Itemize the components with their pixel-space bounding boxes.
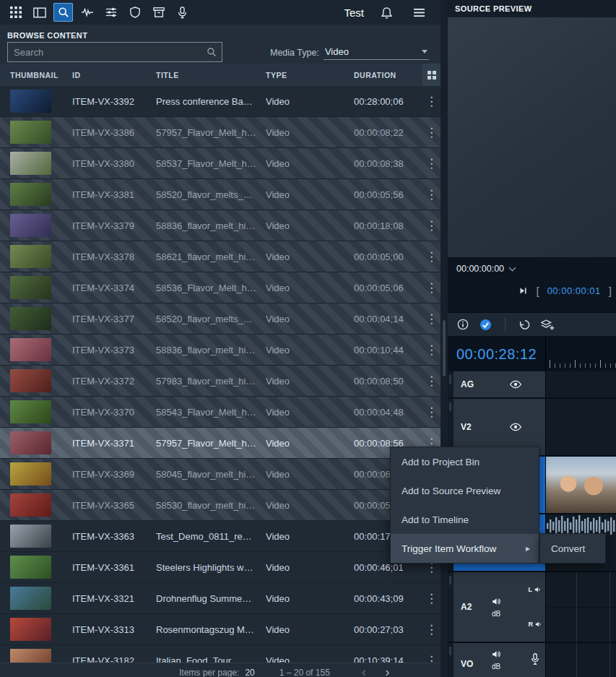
table-row[interactable]: ITEM-VX-337758520_flavor_melts_…Video00:… (0, 303, 441, 335)
track-volume[interactable]: dB (491, 649, 501, 670)
audio-wave-icon[interactable] (77, 3, 97, 22)
mark-out-icon[interactable]: ] (609, 285, 612, 297)
column-header[interactable]: DURATION (354, 71, 422, 79)
timeline-ruler[interactable] (545, 337, 616, 371)
preview-timecode-dropdown[interactable]: 00:00:00:00 (456, 264, 515, 274)
table-row[interactable]: ITEM-VX-338058537_Flavor_Melt_h…Video00:… (0, 148, 441, 179)
track-content[interactable] (546, 399, 616, 455)
row-menu-button[interactable]: ⋮ (422, 344, 441, 356)
row-menu-button[interactable]: ⋮ (422, 313, 441, 325)
table-row[interactable]: ITEM-VX-337858621_flavor_melt_hi…Video00… (0, 241, 441, 272)
context-submenu-item[interactable]: Convert (540, 534, 605, 563)
context-menu-item[interactable]: Add to Source Preview (391, 476, 539, 505)
table-row[interactable]: ITEM-VX-337358836_flavor_melt_hi…Video00… (0, 335, 441, 366)
search-box[interactable] (7, 42, 222, 62)
items-per-page-value[interactable]: 20 (245, 668, 254, 677)
row-menu-button[interactable]: ⋮ (422, 406, 441, 418)
table-row[interactable]: ITEM-VX-336958045_flavor_melt_hi…Video00… (0, 459, 441, 490)
column-settings-icon[interactable] (422, 64, 441, 86)
track-content[interactable] (546, 457, 616, 513)
row-menu-button[interactable]: ⋮ (422, 95, 441, 108)
table-row[interactable]: ITEM-VX-3321Drohnenflug Summe…Video00:00… (0, 583, 441, 614)
mark-timecode[interactable]: 00:00:00:01 (547, 285, 601, 296)
row-menu-button[interactable]: ⋮ (422, 375, 441, 387)
table-row[interactable]: ITEM-VX-336558530_flavor_melt_hi…Video00… (0, 490, 441, 521)
row-menu-button[interactable]: ⋮ (422, 624, 441, 636)
search-icon[interactable] (53, 3, 73, 22)
item-title: 58836_flavor_melt_hi… (156, 220, 266, 231)
item-duration: 00:00:05;56 (354, 189, 422, 200)
track-header-a2[interactable]: A2dBLR (454, 572, 546, 642)
notifications-bell-icon[interactable] (377, 3, 396, 22)
eye-icon[interactable] (510, 380, 521, 389)
table-row[interactable]: ITEM-VX-337058543_Flavor_Melt_h…Video00:… (0, 397, 441, 428)
track-grip[interactable] (448, 371, 454, 397)
app-root: Test BROWSE CONTENT Media Type: V (0, 0, 616, 677)
check-circle-icon[interactable] (480, 319, 492, 331)
panel-splitter[interactable] (441, 0, 448, 677)
table-row[interactable]: ITEM-VX-3392Press conference Ba…Video00:… (0, 86, 441, 117)
table-row[interactable]: ITEM-VX-337157957_Flavor_Melt_h…Video00:… (0, 428, 441, 459)
column-header[interactable]: TYPE (266, 71, 354, 79)
shield-icon[interactable] (125, 3, 144, 22)
column-header[interactable]: ID (72, 71, 156, 79)
table-row[interactable]: ITEM-VX-3361Steelers Highlights w…Video0… (0, 552, 441, 583)
row-menu-button[interactable]: ⋮ (422, 251, 441, 263)
meter-right: R (529, 621, 543, 628)
table-row[interactable]: ITEM-VX-3363Test_Demo_0811_re…Video00:00… (0, 521, 441, 552)
track-volume[interactable]: dB (491, 596, 501, 618)
row-menu-button[interactable]: ⋮ (422, 126, 441, 139)
search-input[interactable] (8, 47, 201, 58)
source-preview-title: SOURCE PREVIEW (455, 4, 532, 13)
track-header-vo[interactable]: VOdB (454, 643, 546, 677)
table-row[interactable]: ITEM-VX-337458536_Flavor_Melt_h…Video00:… (0, 272, 441, 303)
row-menu-button[interactable]: ⋮ (422, 158, 441, 170)
row-menu-button[interactable]: ⋮ (422, 592, 441, 605)
track-content[interactable] (546, 643, 616, 677)
undo-icon[interactable] (519, 319, 530, 330)
info-icon[interactable] (457, 319, 469, 330)
row-menu-button[interactable]: ⋮ (422, 282, 441, 294)
skip-to-end-icon[interactable] (519, 286, 528, 296)
hamburger-menu-icon[interactable] (409, 3, 429, 22)
apps-grid-icon[interactable] (6, 3, 25, 22)
context-menu-item[interactable]: Trigger Item Workflow▸ (391, 534, 539, 563)
column-header[interactable]: TITLE (156, 71, 266, 79)
add-layer-icon[interactable] (541, 319, 555, 331)
clip-thumbnail[interactable] (546, 457, 616, 513)
table-row[interactable]: ITEM-VX-338158520_flavor_melts_…Video00:… (0, 179, 441, 210)
mark-in-icon[interactable]: [ (536, 285, 539, 297)
table-row[interactable]: ITEM-VX-337257983_flavor_melt_hi…Video00… (0, 366, 441, 397)
archive-icon[interactable] (149, 3, 168, 22)
row-menu-button[interactable]: ⋮ (422, 189, 441, 201)
media-type-select[interactable]: Video (324, 45, 429, 60)
track-content[interactable] (546, 371, 616, 397)
item-type: Video (266, 469, 354, 480)
timeline-timecode[interactable]: 00:00:28:12 (448, 337, 545, 371)
prev-page-icon[interactable]: ‹ (362, 668, 366, 676)
row-menu-button[interactable]: ⋮ (422, 220, 441, 232)
eye-icon[interactable] (510, 423, 521, 431)
context-menu-item[interactable]: Add to Timeline (391, 505, 539, 534)
item-thumbnail (10, 338, 51, 361)
column-header[interactable]: THUMBNAIL (0, 71, 72, 79)
track-header-ag[interactable]: AG (454, 371, 546, 397)
item-id: ITEM-VX-3361 (72, 562, 156, 573)
track-grip[interactable] (448, 643, 454, 677)
table-row[interactable]: ITEM-VX-337958836_flavor_melt_hi…Video00… (0, 210, 441, 241)
microphone-icon[interactable] (173, 3, 192, 22)
search-magnifier-icon[interactable] (201, 47, 222, 57)
table-row[interactable]: ITEM-VX-3313Rosenmontagszug M…Video00:00… (0, 614, 441, 645)
thumbnail-cell (0, 525, 72, 548)
item-type: Video (266, 345, 354, 355)
track-content[interactable] (546, 572, 616, 642)
table-row[interactable]: ITEM-VX-338657957_Flavor_Melt_h…Video00:… (0, 117, 441, 148)
user-label[interactable]: Test (344, 7, 364, 19)
item-thumbnail (10, 214, 51, 237)
next-page-icon[interactable]: › (385, 668, 389, 676)
sliders-icon[interactable] (101, 3, 121, 22)
panel-layout-icon[interactable] (30, 3, 49, 22)
context-menu-item[interactable]: Add to Project Bin (391, 447, 539, 476)
mic-icon[interactable] (531, 653, 539, 665)
track-grip[interactable] (448, 572, 454, 642)
